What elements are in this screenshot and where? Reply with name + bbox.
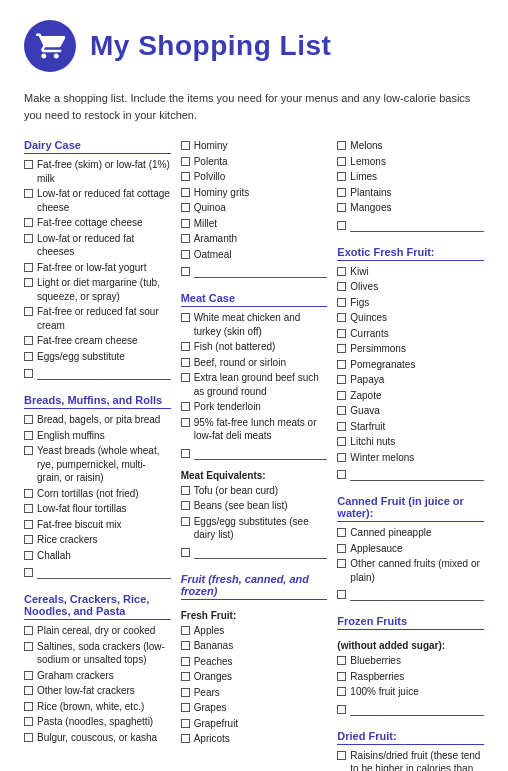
list-item: Fat-free or reduced fat sour cream (24, 305, 171, 332)
checkbox[interactable] (24, 336, 33, 345)
checkbox[interactable] (181, 219, 190, 228)
checkbox[interactable] (337, 282, 346, 291)
checkbox[interactable] (337, 360, 346, 369)
checkbox[interactable] (181, 734, 190, 743)
checkbox[interactable] (337, 157, 346, 166)
checkbox[interactable] (24, 702, 33, 711)
list-item: Quinoa (181, 201, 328, 215)
checkbox[interactable] (181, 402, 190, 411)
checkbox[interactable] (24, 189, 33, 198)
checkbox[interactable] (337, 298, 346, 307)
blank-input-line (24, 367, 171, 380)
checkbox[interactable] (337, 528, 346, 537)
checkbox[interactable] (337, 544, 346, 553)
checkbox[interactable] (181, 313, 190, 322)
section-cereals: Cereals, Crackers, Rice, Noodles, and Pa… (24, 593, 171, 620)
checkbox[interactable] (337, 406, 346, 415)
checkbox[interactable] (24, 489, 33, 498)
checkbox[interactable] (337, 656, 346, 665)
checkbox[interactable] (181, 358, 190, 367)
section-exotic-fruit: Exotic Fresh Fruit: (337, 246, 484, 261)
checkbox[interactable] (337, 313, 346, 322)
checkbox[interactable] (181, 342, 190, 351)
checkbox[interactable] (181, 486, 190, 495)
checkbox[interactable] (337, 141, 346, 150)
list-item: Saltines, soda crackers (low-sodium or u… (24, 640, 171, 667)
checkbox[interactable] (181, 688, 190, 697)
checkbox[interactable] (181, 234, 190, 243)
checkbox[interactable] (24, 218, 33, 227)
checkbox[interactable] (337, 267, 346, 276)
section-fruit: Fruit (fresh, canned, and frozen) (181, 573, 328, 600)
checkbox[interactable] (337, 172, 346, 181)
checkbox[interactable] (181, 373, 190, 382)
checkbox[interactable] (181, 641, 190, 650)
checkbox[interactable] (181, 250, 190, 259)
checkbox[interactable] (24, 234, 33, 243)
checkbox[interactable] (181, 267, 190, 276)
checkbox[interactable] (181, 172, 190, 181)
checkbox[interactable] (181, 188, 190, 197)
checkbox[interactable] (24, 733, 33, 742)
checkbox[interactable] (24, 446, 33, 455)
checkbox[interactable] (181, 517, 190, 526)
checkbox[interactable] (24, 568, 33, 577)
checkbox[interactable] (337, 705, 346, 714)
checkbox[interactable] (337, 590, 346, 599)
checkbox[interactable] (24, 626, 33, 635)
checkbox[interactable] (24, 278, 33, 287)
list-item: Figs (337, 296, 484, 310)
checkbox[interactable] (24, 431, 33, 440)
checkbox[interactable] (337, 188, 346, 197)
list-item: Mangoes (337, 201, 484, 215)
checkbox[interactable] (181, 418, 190, 427)
checkbox[interactable] (24, 307, 33, 316)
checkbox[interactable] (337, 687, 346, 696)
section-meat: Meat Case (181, 292, 328, 307)
checkbox[interactable] (337, 437, 346, 446)
checkbox[interactable] (181, 203, 190, 212)
checkbox[interactable] (24, 369, 33, 378)
checkbox[interactable] (24, 160, 33, 169)
checkbox[interactable] (181, 672, 190, 681)
checkbox[interactable] (24, 263, 33, 272)
checkbox[interactable] (337, 375, 346, 384)
checkbox[interactable] (24, 504, 33, 513)
checkbox[interactable] (24, 415, 33, 424)
checkbox[interactable] (337, 672, 346, 681)
checkbox[interactable] (337, 751, 346, 760)
checkbox[interactable] (24, 686, 33, 695)
checkbox[interactable] (24, 717, 33, 726)
blank-input-line (181, 265, 328, 278)
checkbox[interactable] (181, 141, 190, 150)
list-item: Pasta (noodles, spaghetti) (24, 715, 171, 729)
list-item: Bulgur, couscous, or kasha (24, 731, 171, 745)
checkbox[interactable] (337, 221, 346, 230)
checkbox[interactable] (181, 703, 190, 712)
list-item: White meat chicken and turkey (skin off) (181, 311, 328, 338)
checkbox[interactable] (181, 449, 190, 458)
checkbox[interactable] (337, 203, 346, 212)
list-item: 95% fat-free lunch meats or low-fat deli… (181, 416, 328, 443)
checkbox[interactable] (337, 344, 346, 353)
checkbox[interactable] (24, 551, 33, 560)
checkbox[interactable] (337, 422, 346, 431)
checkbox[interactable] (181, 548, 190, 557)
checkbox[interactable] (337, 470, 346, 479)
checkbox[interactable] (337, 329, 346, 338)
checkbox[interactable] (24, 352, 33, 361)
checkbox[interactable] (337, 453, 346, 462)
checkbox[interactable] (24, 642, 33, 651)
list-item: Currants (337, 327, 484, 341)
checkbox[interactable] (24, 520, 33, 529)
checkbox[interactable] (337, 559, 346, 568)
checkbox[interactable] (24, 671, 33, 680)
checkbox[interactable] (181, 157, 190, 166)
checkbox[interactable] (181, 657, 190, 666)
checkbox[interactable] (24, 535, 33, 544)
checkbox[interactable] (181, 626, 190, 635)
checkbox[interactable] (337, 391, 346, 400)
checkbox[interactable] (181, 501, 190, 510)
column-1: Dairy Case Fat-free (skim) or low-fat (1… (24, 139, 171, 746)
checkbox[interactable] (181, 719, 190, 728)
